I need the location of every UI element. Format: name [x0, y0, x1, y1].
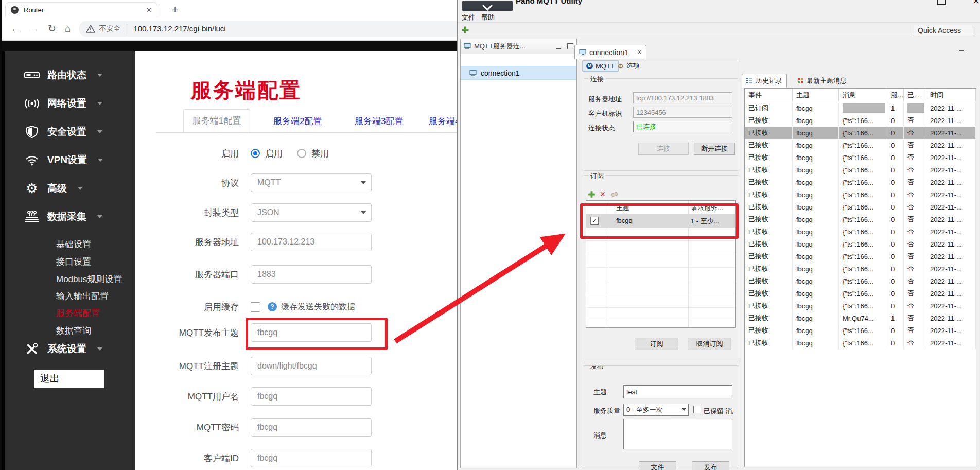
history-row[interactable]: 已接收fbcgq{"ts":166...0否2022-11-... [745, 114, 976, 127]
tab-server2[interactable]: 服务端2配置 [273, 115, 322, 127]
history-col-header[interactable]: 事件 [745, 89, 793, 102]
tab-server3[interactable]: 服务端3配置 [355, 115, 403, 127]
sidebar-item-network[interactable]: 网络设置 [24, 97, 102, 110]
menu-file[interactable]: 文件 [462, 13, 475, 22]
gear-icon: ⚙ [618, 63, 624, 69]
encap-select[interactable]: JSON [251, 203, 372, 222]
subscription-row[interactable]: ✓ fbcgq 1 - 至少... [586, 214, 735, 228]
tab-history[interactable]: 历史记录 [742, 74, 787, 88]
clear-eraser-icon[interactable] [611, 191, 619, 198]
minimize-view-icon[interactable] [959, 45, 964, 51]
history-row[interactable]: 已接收fbcgq{"ts":166...0否2022-11-... [745, 139, 976, 151]
new-tab-button[interactable]: + [172, 3, 178, 15]
publish-button[interactable]: 发布 [692, 461, 729, 470]
connect-button[interactable]: 连接 [638, 143, 689, 155]
sidebar: 路由状态 网络设置 安全设置 VPN设置 [2, 51, 135, 470]
history-row[interactable]: 已接收fbcgq{"ts":166...0否2022-11-... [745, 324, 976, 337]
history-row[interactable]: 已接收fbcgq{"ts":166...0否2022-11-... [745, 250, 976, 263]
back-icon[interactable]: ← [11, 23, 21, 34]
sidebar-subitem-io[interactable]: 输入输出配置 [56, 290, 109, 302]
history-row[interactable]: 已接收fbcgq{"ts":166...0否2022-11-... [745, 275, 976, 287]
disconnect-button[interactable]: 断开连接 [694, 143, 735, 155]
sidebar-subitem-data-query[interactable]: 数据查询 [56, 325, 91, 337]
subscription-checkbox[interactable]: ✓ [590, 217, 599, 225]
enable-radio-on[interactable] [251, 149, 260, 158]
subscribe-button[interactable]: 订阅 [635, 338, 678, 350]
publish-message-textarea[interactable] [623, 419, 732, 449]
sidebar-item-router-status[interactable]: 路由状态 [24, 68, 102, 82]
tab-close-icon[interactable]: ✕ [146, 6, 152, 14]
minimize-view-icon[interactable] [556, 44, 561, 49]
remove-subscription-icon[interactable]: ✕ [600, 190, 606, 198]
protocol-select[interactable]: MQTT [251, 173, 372, 192]
add-connection-icon[interactable] [462, 26, 469, 33]
history-row[interactable]: 已接收fbcgq{"ts":166...0否2022-11-... [745, 300, 976, 312]
server-addr-input[interactable]: 100.173.12.213 [251, 233, 372, 251]
history-row[interactable]: 已接收fbcgq{"ts":166...0否2022-11-... [745, 164, 976, 176]
sidebar-subitem-interface[interactable]: 接口设置 [56, 256, 91, 268]
publish-qos-select[interactable]: 0 - 至多一次 [623, 404, 689, 416]
client-id-input[interactable]: fbcgq [251, 449, 372, 467]
paho-mqtt-window: Paho MQTT Utility ✕ 文件 帮助 Quick Access M… [457, 0, 980, 470]
close-tab-icon[interactable]: ✕ [637, 49, 642, 56]
maximize-view-icon[interactable] [567, 43, 573, 49]
file-button[interactable]: 文件 [639, 461, 676, 470]
subtab-options[interactable]: ⚙ 选项 [614, 60, 643, 72]
sidebar-item-vpn[interactable]: VPN设置 [24, 153, 103, 167]
sidebar-subitem-basic[interactable]: 基础设置 [56, 238, 91, 250]
close-icon[interactable]: ✕ [972, 0, 980, 7]
address-bar[interactable]: 不安全 100.173.12.217/cgi-bin/luci [79, 21, 463, 37]
pub-topic-input[interactable]: fbcgq [251, 323, 372, 342]
retained-checkbox[interactable] [693, 406, 701, 413]
sidebar-item-advanced[interactable]: ⚙ 高级 [24, 182, 83, 195]
logout-button[interactable]: 退出 [34, 370, 104, 388]
history-row[interactable]: 已接收fbcgq{"ts":166...0否2022-11-... [745, 287, 976, 300]
client-id-label: 客户机标识 [588, 109, 622, 118]
history-col-header[interactable]: 消息 [839, 89, 887, 102]
home-icon[interactable]: ⌂ [65, 23, 71, 34]
history-row[interactable]: 已接收fbcgq{"ts":166...0否2022-11-... [745, 225, 976, 238]
history-row[interactable]: 已接收fbcgq{"ts":166...0否2022-11-... [745, 213, 976, 225]
reload-icon[interactable]: ↻ [48, 23, 56, 34]
reg-topic-input[interactable]: down/light/fbcgq [251, 357, 372, 375]
history-row[interactable]: 已接收fbcgqMr.Qu74...1否2022-11-... [745, 312, 976, 324]
history-row[interactable]: 已接收fbcgq{"ts":166...0否2022-11-... [745, 263, 976, 275]
add-subscription-icon[interactable] [588, 191, 595, 198]
connection-list-item[interactable]: connection1 [461, 66, 576, 80]
editor-tab-connection1[interactable]: connection1 ✕ [574, 45, 646, 59]
password-label: MQTT密码 [135, 422, 239, 433]
history-row[interactable]: 已接收fbcgq{"ts":166...0否2022-11-... [745, 176, 976, 188]
forward-icon[interactable]: → [29, 23, 39, 34]
sidebar-item-system[interactable]: 系统设置 [24, 342, 102, 356]
history-col-header[interactable]: 服... [887, 89, 904, 102]
history-col-header[interactable]: 时间 [926, 89, 976, 102]
history-row[interactable]: 已接收fbcgq{"ts":166...0否2022-11-... [745, 337, 976, 349]
tab-latest-messages[interactable]: 最新主题消息 [793, 74, 851, 88]
server-port-input[interactable]: 1883 [251, 265, 372, 284]
maximize-icon[interactable] [937, 0, 946, 5]
history-row[interactable]: 已接收fbcgq{"ts":166...0否2022-11-... [745, 238, 976, 250]
subtab-mqtt[interactable]: M MQTT [582, 60, 619, 72]
history-row[interactable]: 已接收fbcgq{"ts":166...0否2022-11-... [745, 188, 976, 201]
history-row[interactable]: 已接收fbcgq{"ts":166...0否2022-11-... [745, 151, 976, 164]
sidebar-item-security[interactable]: 安全设置 [24, 125, 102, 138]
history-row[interactable]: 已接收fbcgq{"ts":166...0否2022-11-... [745, 201, 976, 213]
history-row[interactable]: 已订阅fbcgq12022-11-... [745, 102, 976, 114]
cache-checkbox[interactable] [251, 302, 260, 312]
history-col-header[interactable]: 已... [904, 89, 926, 102]
history-row[interactable]: 已接收fbcgq{"ts":166...0否2022-11-... [745, 127, 976, 139]
enable-radio-off[interactable] [297, 149, 306, 158]
sidebar-subitem-modbus[interactable]: Modbus规则设置 [56, 273, 122, 285]
unsubscribe-button[interactable]: 取消订阅 [688, 338, 731, 350]
quick-access-box[interactable]: Quick Access [914, 25, 973, 36]
not-secure-label: 不安全 [99, 24, 120, 33]
sidebar-item-data-collect[interactable]: 数据采集 [24, 210, 102, 223]
browser-tab[interactable]: Router ✕ [5, 2, 157, 17]
publish-topic-input[interactable]: test [623, 385, 732, 398]
username-input[interactable]: fbcgq [251, 387, 372, 406]
history-col-header[interactable]: 主题 [793, 89, 839, 102]
menu-help[interactable]: 帮助 [481, 13, 495, 22]
sidebar-subitem-server-config[interactable]: 服务端配置 [56, 307, 100, 319]
tab-server1[interactable]: 服务端1配置 [183, 109, 250, 132]
password-input[interactable]: fbcgq [251, 418, 372, 437]
